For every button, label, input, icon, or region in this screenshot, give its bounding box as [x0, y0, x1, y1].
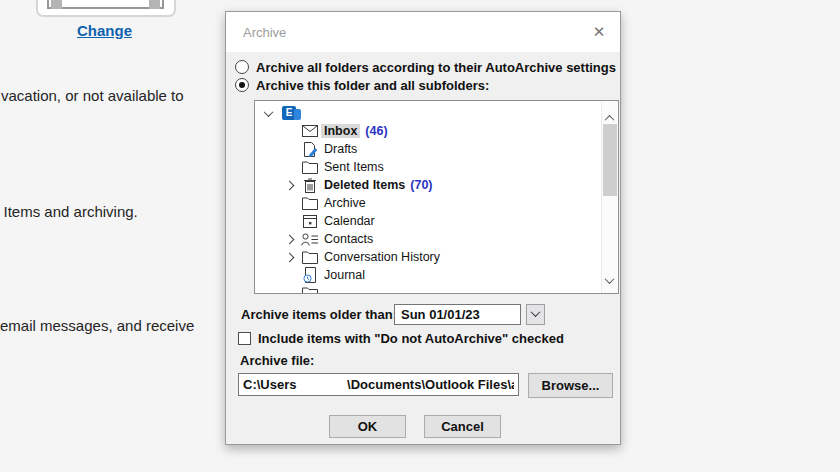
- chevron-right-icon[interactable]: [283, 254, 295, 261]
- older-than-label: Archive items older than:: [241, 307, 397, 322]
- tree-item-calendar[interactable]: Calendar: [255, 212, 601, 230]
- radio-archive-this-folder[interactable]: [235, 78, 249, 92]
- change-photo-link[interactable]: Change: [77, 22, 132, 39]
- tree-item-inbox[interactable]: Inbox (46): [255, 122, 601, 140]
- chevron-down-icon[interactable]: [262, 110, 274, 117]
- tree-item-label: Sent Items: [324, 160, 384, 174]
- tree-item-journal[interactable]: Journal: [255, 266, 601, 284]
- tree-item-partial[interactable]: [255, 284, 601, 294]
- tree-scrollbar[interactable]: [601, 101, 618, 293]
- chevron-right-icon[interactable]: [283, 182, 295, 189]
- resize-handle-left: [51, 0, 62, 9]
- trash-can-icon: [301, 178, 319, 193]
- date-dropdown-button[interactable]: [526, 304, 545, 325]
- tree-item-drafts[interactable]: Drafts: [255, 140, 601, 158]
- older-than-date-field[interactable]: Sun 01/01/23: [394, 304, 521, 325]
- tree-item-label: Calendar: [324, 214, 375, 228]
- include-autoarchive-label[interactable]: Include items with "Do not AutoArchive" …: [258, 331, 564, 346]
- envelope-icon: [301, 125, 319, 137]
- folder-icon: [301, 197, 319, 210]
- resize-handle-right: [149, 0, 160, 9]
- tree-item-conversation-history[interactable]: Conversation History: [255, 248, 601, 266]
- unread-count: (46): [365, 124, 387, 138]
- browse-button[interactable]: Browse...: [528, 373, 613, 398]
- archive-file-label: Archive file:: [240, 353, 314, 368]
- folder-tree[interactable]: Inbox (46) Drafts Sent Items: [254, 100, 619, 294]
- tree-item-label: Journal: [324, 268, 365, 282]
- outlook-settings-page: Change vacation, or not available to d I…: [0, 0, 840, 472]
- chevron-down-icon: [531, 307, 541, 317]
- tree-item-label: Conversation History: [324, 250, 440, 264]
- include-autoarchive-checkbox[interactable]: [238, 332, 251, 345]
- folder-icon: [301, 251, 319, 264]
- dialog-titlebar[interactable]: Archive ✕: [226, 12, 620, 52]
- scroll-down-icon[interactable]: [606, 270, 613, 288]
- folder-icon: [301, 161, 319, 174]
- tree-item-label: Contacts: [324, 232, 373, 246]
- profile-photo-placeholder: [47, 0, 164, 9]
- draft-page-pencil-icon: [301, 142, 319, 157]
- journal-page-clock-icon: [301, 267, 319, 283]
- tree-item-label: Deleted Items: [324, 178, 405, 192]
- tree-item-label: Archive: [324, 196, 366, 210]
- exchange-account-icon: [280, 106, 298, 120]
- tree-item-deleted-items[interactable]: Deleted Items (70): [255, 176, 601, 194]
- radio-archive-this-folder-label[interactable]: Archive this folder and all subfolders:: [256, 78, 489, 93]
- folder-icon: [301, 287, 319, 295]
- close-icon[interactable]: ✕: [588, 21, 610, 43]
- tree-item-label: Inbox: [321, 124, 360, 138]
- item-count: (70): [410, 178, 432, 192]
- ok-button[interactable]: OK: [329, 415, 406, 438]
- archive-dialog: Archive ✕ Archive all folders according …: [225, 11, 621, 445]
- radio-archive-all-folders-label[interactable]: Archive all folders according to their A…: [256, 60, 616, 75]
- background-text-fragment-2: d Items and archiving.: [0, 203, 138, 220]
- scrollbar-thumb[interactable]: [603, 124, 617, 196]
- tree-item-label: Drafts: [324, 142, 357, 156]
- calendar-icon: [301, 214, 319, 228]
- tree-item-archive[interactable]: Archive: [255, 194, 601, 212]
- radio-archive-all-folders[interactable]: [235, 60, 249, 74]
- cancel-button[interactable]: Cancel: [424, 415, 501, 438]
- tree-item-account-root[interactable]: [255, 104, 601, 122]
- dialog-title: Archive: [243, 25, 286, 40]
- tree-item-sent-items[interactable]: Sent Items: [255, 158, 601, 176]
- chevron-right-icon[interactable]: [283, 236, 295, 243]
- background-text-fragment-1: vacation, or not available to: [1, 87, 184, 104]
- background-text-fragment-3: email messages, and receive: [0, 317, 194, 334]
- archive-file-input[interactable]: [238, 373, 519, 396]
- contact-card-icon: [301, 233, 319, 246]
- tree-item-contacts[interactable]: Contacts: [255, 230, 601, 248]
